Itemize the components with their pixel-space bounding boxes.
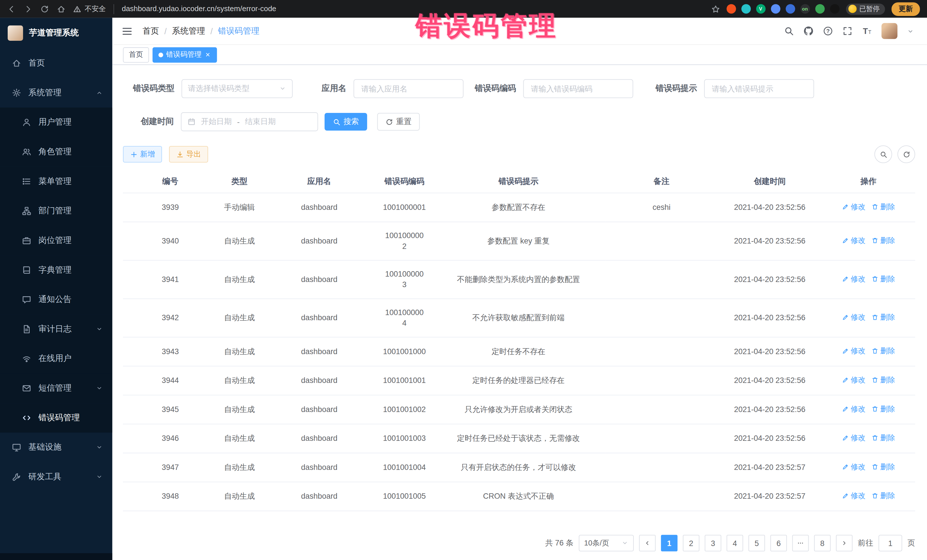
help-icon[interactable]: ? bbox=[823, 26, 833, 36]
goto-page-input[interactable] bbox=[878, 535, 902, 551]
table-column-header[interactable]: 类型 bbox=[217, 170, 261, 193]
extension-red-icon[interactable] bbox=[726, 4, 736, 14]
error-code-input[interactable] bbox=[523, 79, 633, 98]
page-button-4[interactable]: 4 bbox=[726, 535, 743, 551]
sidebar-item-dict[interactable]: 字典管理 bbox=[0, 255, 112, 285]
sidebar-toggle-button[interactable] bbox=[121, 25, 133, 37]
table-column-header[interactable]: 错误码提示 bbox=[432, 170, 605, 193]
browser-reload-icon[interactable] bbox=[40, 5, 49, 14]
breadcrumb-item[interactable]: 系统管理 bbox=[172, 26, 205, 36]
table-column-header[interactable]: 错误码编码 bbox=[377, 170, 432, 193]
sidebar-item-dept[interactable]: 部门管理 bbox=[0, 196, 112, 226]
sidebar-item-menu[interactable]: 菜单管理 bbox=[0, 167, 112, 196]
chevron-down-icon[interactable] bbox=[907, 27, 914, 35]
next-page-button[interactable] bbox=[836, 535, 853, 551]
sidebar-item-sms[interactable]: 短信管理 bbox=[0, 373, 112, 403]
table-column-header[interactable]: 操作 bbox=[822, 170, 915, 193]
cell-app: dashboard bbox=[261, 482, 377, 511]
edit-link[interactable]: 修改 bbox=[842, 274, 866, 284]
search-icon[interactable] bbox=[784, 26, 794, 36]
sidebar-item-dev-tools[interactable]: 研发工具 bbox=[0, 462, 112, 492]
tab-home[interactable]: 首页 bbox=[123, 47, 149, 62]
table-column-header[interactable]: 编号 bbox=[123, 170, 217, 193]
breadcrumb-item[interactable]: 错误码管理 bbox=[218, 26, 259, 36]
extension-green-icon[interactable] bbox=[815, 4, 824, 14]
extension-indigo-icon[interactable] bbox=[786, 4, 795, 14]
add-button[interactable]: 新增 bbox=[123, 146, 162, 162]
sidebar-item-system[interactable]: 系统管理 bbox=[0, 78, 112, 108]
extension-green-v-icon[interactable]: V bbox=[756, 4, 765, 14]
delete-link[interactable]: 删除 bbox=[871, 274, 895, 284]
sidebar-item-error-code[interactable]: 错误码管理 bbox=[0, 403, 112, 433]
reset-button[interactable]: 重置 bbox=[377, 113, 419, 131]
sidebar-item-online-user[interactable]: 在线用户 bbox=[0, 344, 112, 373]
edit-link[interactable]: 修改 bbox=[842, 346, 866, 357]
delete-link[interactable]: 删除 bbox=[871, 404, 895, 414]
user-avatar[interactable] bbox=[881, 23, 897, 39]
sidebar-item-notice[interactable]: 通知公告 bbox=[0, 285, 112, 314]
edit-link[interactable]: 修改 bbox=[842, 202, 866, 212]
page-button-8[interactable]: 8 bbox=[814, 535, 831, 551]
edit-link[interactable]: 修改 bbox=[842, 404, 866, 414]
page-button-2[interactable]: 2 bbox=[683, 535, 699, 551]
table-column-header[interactable]: 备注 bbox=[605, 170, 718, 193]
delete-link[interactable]: 删除 bbox=[871, 461, 895, 472]
page-button-5[interactable]: 5 bbox=[748, 535, 765, 551]
address-bar[interactable]: dashboard.yudao.iocoder.cn/system/error-… bbox=[122, 5, 277, 13]
prev-page-button[interactable] bbox=[639, 535, 656, 551]
close-icon[interactable] bbox=[205, 51, 211, 58]
edit-link[interactable]: 修改 bbox=[842, 490, 866, 501]
sidebar-item-user[interactable]: 用户管理 bbox=[0, 108, 112, 137]
edit-link[interactable]: 修改 bbox=[842, 433, 866, 443]
edit-link[interactable]: 修改 bbox=[842, 312, 866, 322]
sidebar-item-home[interactable]: 首页 bbox=[0, 49, 112, 78]
search-button[interactable]: 搜索 bbox=[325, 113, 367, 131]
browser-update-button[interactable]: 更新 bbox=[892, 2, 920, 16]
edit-link[interactable]: 修改 bbox=[842, 461, 866, 472]
paused-badge[interactable]: 已暂停 bbox=[846, 3, 885, 14]
sidebar-item-infra[interactable]: 基础设施 bbox=[0, 433, 112, 462]
delete-link[interactable]: 删除 bbox=[871, 235, 895, 246]
browser-home-icon[interactable] bbox=[57, 5, 65, 14]
delete-link[interactable]: 删除 bbox=[871, 346, 895, 357]
error-type-select[interactable]: 请选择错误码类型 bbox=[181, 79, 293, 98]
font-size-icon[interactable]: TT bbox=[862, 26, 872, 36]
extension-dark-on-icon[interactable]: on bbox=[800, 4, 810, 14]
app-logo[interactable]: 芋道管理系统 bbox=[0, 18, 112, 49]
sidebar-item-post[interactable]: 岗位管理 bbox=[0, 226, 112, 255]
screenshot-stage: 不安全 dashboard.yudao.iocoder.cn/system/er… bbox=[0, 0, 927, 560]
extension-blue-icon[interactable] bbox=[771, 4, 780, 14]
delete-link[interactable]: 删除 bbox=[871, 433, 895, 443]
table-column-header[interactable]: 应用名 bbox=[261, 170, 377, 193]
edit-link[interactable]: 修改 bbox=[842, 375, 866, 385]
sidebar-item-audit-log[interactable]: 审计日志 bbox=[0, 314, 112, 344]
tab-error-code[interactable]: 错误码管理 bbox=[153, 47, 217, 62]
breadcrumb-item[interactable]: 首页 bbox=[143, 26, 159, 36]
page-size-select[interactable]: 10条/页 bbox=[579, 535, 634, 551]
toggle-search-button[interactable] bbox=[874, 146, 892, 163]
date-range-picker[interactable]: 开始日期 - 结束日期 bbox=[181, 112, 318, 131]
app-name-input[interactable] bbox=[353, 79, 464, 98]
security-indicator[interactable]: 不安全 bbox=[73, 4, 114, 14]
table-column-header[interactable]: 创建时间 bbox=[718, 170, 822, 193]
page-button-6[interactable]: 6 bbox=[770, 535, 787, 551]
delete-link[interactable]: 删除 bbox=[871, 490, 895, 501]
more-pages-button[interactable] bbox=[792, 535, 808, 551]
browser-back-icon[interactable] bbox=[7, 5, 16, 14]
delete-link[interactable]: 删除 bbox=[871, 202, 895, 212]
error-hint-input[interactable] bbox=[704, 79, 815, 98]
github-icon[interactable] bbox=[804, 26, 813, 36]
page-button-3[interactable]: 3 bbox=[705, 535, 721, 551]
edit-link[interactable]: 修改 bbox=[842, 235, 866, 246]
refresh-table-button[interactable] bbox=[897, 146, 915, 163]
delete-link[interactable]: 删除 bbox=[871, 375, 895, 385]
extension-teal-icon[interactable] bbox=[741, 4, 751, 14]
delete-link[interactable]: 删除 bbox=[871, 312, 895, 322]
browser-forward-icon[interactable] bbox=[24, 5, 32, 14]
export-button[interactable]: 导出 bbox=[169, 146, 208, 162]
page-button-1[interactable]: 1 bbox=[661, 535, 678, 551]
bookmark-star-icon[interactable] bbox=[711, 5, 720, 14]
extension-black-icon[interactable] bbox=[830, 4, 839, 14]
fullscreen-icon[interactable] bbox=[843, 26, 853, 36]
sidebar-item-role[interactable]: 角色管理 bbox=[0, 137, 112, 167]
